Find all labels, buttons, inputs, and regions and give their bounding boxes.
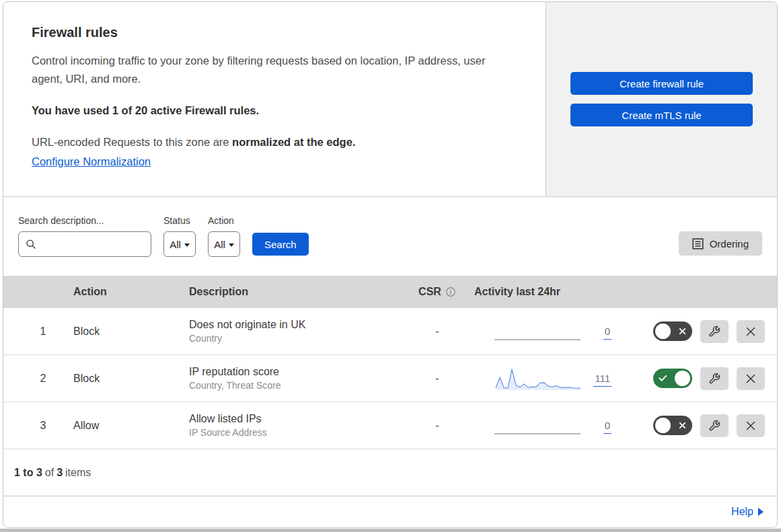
chevron-down-icon (229, 243, 234, 247)
rule-enabled-toggle[interactable] (653, 369, 692, 388)
delete-rule-button[interactable] (737, 414, 765, 437)
action-filter-value: All (214, 239, 225, 250)
csr-column-header: CSR (400, 286, 474, 298)
status-filter-label: Status (163, 215, 196, 226)
normalization-note-bold: normalized at the edge. (232, 136, 355, 148)
close-icon (745, 373, 756, 384)
rule-action: Block (64, 373, 178, 385)
rule-csr-value: - (400, 326, 474, 338)
search-button[interactable]: Search (252, 233, 309, 256)
activity-count-link[interactable]: 0 (582, 420, 622, 431)
create-firewall-rule-button[interactable]: Create firewall rule (570, 72, 753, 95)
rule-enabled-toggle[interactable] (653, 321, 692, 341)
filter-bar: Search description... Status All Action … (3, 197, 777, 276)
create-mtls-rule-button[interactable]: Create mTLS rule (570, 104, 753, 126)
pagination-summary: 1 to 3 of 3 items (3, 449, 777, 496)
table-row: 1 Block Does not originate in UK Country… (3, 308, 777, 355)
edit-rule-button[interactable] (700, 320, 729, 343)
normalization-note: URL-encoded Requests to this zone are no… (32, 136, 517, 149)
wrench-icon (708, 373, 720, 385)
status-filter-value: All (170, 239, 181, 250)
rule-csr-value: - (400, 420, 474, 432)
edit-rule-button[interactable] (700, 367, 729, 390)
rule-fields: IP Source Address (189, 427, 400, 438)
close-icon (745, 420, 756, 431)
rule-description-cell: Allow listed IPs IP Source Address (178, 413, 400, 438)
rule-description-cell: Does not originate in UK Country (178, 319, 400, 344)
info-icon[interactable] (445, 287, 456, 297)
rule-controls (622, 320, 777, 343)
usage-summary: You have used 1 of 20 active Firewall ru… (32, 104, 517, 117)
rule-controls (622, 367, 777, 390)
activity-count-value: 0 (603, 326, 611, 340)
description-column-header: Description (178, 286, 400, 298)
table-row: 3 Allow Allow listed IPs IP Source Addre… (3, 402, 777, 449)
rule-activity-cell: 0 (474, 412, 622, 439)
help-link-label: Help (731, 506, 753, 518)
search-icon (26, 239, 36, 250)
activity-sparkline (494, 318, 582, 345)
filter-controls: Search description... Status All Action … (18, 215, 309, 257)
rule-number: 1 (3, 326, 64, 338)
edit-rule-button[interactable] (700, 414, 729, 437)
rule-controls (622, 414, 777, 437)
pagination-items: items (65, 467, 91, 479)
firewall-rules-panel: Firewall rules Control incoming traffic … (3, 1, 778, 528)
rule-action: Block (64, 326, 178, 338)
rule-description: IP reputation score (189, 366, 400, 378)
normalization-note-text: URL-encoded Requests to this zone are (32, 136, 232, 148)
search-input-box[interactable] (18, 231, 151, 257)
rule-activity-cell: 111 (474, 365, 622, 392)
rule-activity-cell: 0 (474, 318, 622, 345)
close-icon (745, 326, 756, 337)
search-input[interactable] (42, 239, 144, 250)
wrench-icon (708, 326, 720, 338)
page-bottom-edge (0, 529, 781, 532)
activity-count-value: 0 (603, 420, 611, 434)
pagination-total: 3 (57, 467, 63, 479)
rule-number: 2 (3, 373, 64, 385)
help-bar: Help (3, 496, 777, 527)
delete-rule-button[interactable] (737, 367, 765, 390)
rule-number: 3 (3, 420, 64, 432)
search-field: Search description... (18, 215, 151, 257)
rule-description: Allow listed IPs (189, 413, 400, 425)
ordering-button-label: Ordering (710, 238, 749, 250)
activity-count-value: 111 (593, 373, 611, 387)
status-filter-dropdown[interactable]: All (163, 231, 196, 257)
page-title: Firewall rules (32, 25, 517, 40)
header-text-block: Firewall rules Control incoming traffic … (3, 2, 546, 196)
header-section: Firewall rules Control incoming traffic … (3, 2, 777, 197)
activity-sparkline (494, 365, 582, 392)
table-row: 2 Block IP reputation score Country, Thr… (3, 355, 777, 402)
rule-csr-value: - (400, 373, 474, 385)
delete-rule-button[interactable] (737, 320, 765, 343)
pagination-range: 1 to 3 (14, 467, 42, 479)
rule-description: Does not originate in UK (189, 319, 400, 331)
action-filter-field: Action All (208, 215, 240, 257)
ordering-list-icon (692, 238, 704, 250)
chevron-down-icon (184, 243, 190, 247)
action-filter-label: Action (208, 215, 240, 226)
rule-description-cell: IP reputation score Country, Threat Scor… (178, 366, 400, 391)
activity-sparkline (494, 412, 582, 439)
page-description: Control incoming traffic to your zone by… (32, 52, 517, 88)
rule-action: Allow (64, 420, 178, 432)
action-column-header: Action (64, 286, 178, 298)
rule-fields: Country, Threat Score (189, 380, 400, 391)
help-link[interactable]: Help (731, 506, 764, 518)
action-filter-dropdown[interactable]: All (208, 231, 240, 257)
wrench-icon (708, 420, 720, 432)
activity-count-link[interactable]: 0 (582, 326, 622, 337)
status-filter-field: Status All (163, 215, 196, 257)
activity-count-link[interactable]: 111 (582, 373, 622, 384)
search-label: Search description... (18, 215, 151, 226)
actions-panel: Create firewall rule Create mTLS rule (546, 2, 777, 196)
activity-column-header: Activity last 24hr (474, 286, 622, 298)
arrow-right-icon (758, 508, 764, 516)
configure-normalization-link[interactable]: Configure Normalization (32, 155, 151, 167)
ordering-button[interactable]: Ordering (679, 231, 762, 256)
table-header-row: Action Description CSR Activity last 24h… (3, 276, 777, 308)
rule-fields: Country (189, 333, 400, 344)
rule-enabled-toggle[interactable] (653, 416, 692, 435)
